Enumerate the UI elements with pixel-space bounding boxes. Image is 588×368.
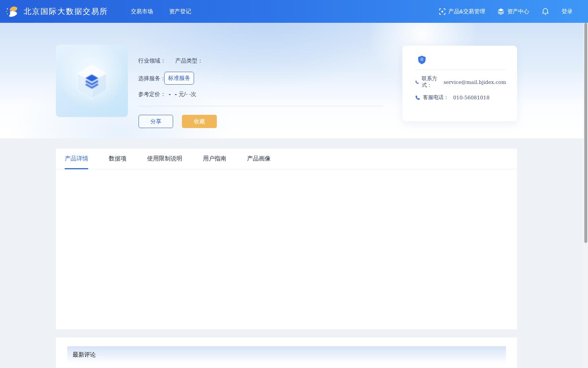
comments-card: 最新评论 — [56, 337, 517, 368]
product-detail-card: 产品详情 数据项 使用限制说明 用户指南 产品画像 — [56, 149, 517, 329]
asset-center-menu[interactable]: 资产中心 — [498, 8, 529, 15]
page: 北京国际大数据交易所 交易市场 资产登记 产品&交易管理 — [0, 0, 588, 368]
scrollbar-track[interactable] — [584, 23, 588, 368]
contact-card: 企 联系方式： service@mail.bjidex.com 客服电话： 01… — [402, 46, 517, 121]
price-unit: 元/- -次 — [179, 91, 196, 97]
tab-usage-restrictions[interactable]: 使用限制说明 — [147, 149, 182, 169]
product-management-label: 产品&交易管理 — [448, 8, 485, 15]
layers-icon — [498, 8, 504, 15]
contact-phone-row: 客服电话： 010-56081018 — [415, 94, 506, 101]
brand-logo-icon — [5, 4, 21, 19]
price-label: 参考定价： — [138, 91, 166, 97]
top-navbar: 北京国际大数据交易所 交易市场 资产登记 产品&交易管理 — [0, 0, 588, 23]
tab-bar: 产品详情 数据项 使用限制说明 用户指南 产品画像 — [56, 149, 517, 169]
asset-center-label: 资产中心 — [507, 8, 529, 15]
product-management-menu[interactable]: 产品&交易管理 — [439, 8, 485, 15]
glass-cube-icon — [73, 62, 111, 100]
contact-method-label: 联系方式： — [422, 75, 443, 89]
nav-link-asset-register[interactable]: 资产登记 — [169, 8, 191, 15]
product-image — [56, 45, 128, 117]
comments-header: 最新评论 — [67, 346, 506, 363]
service-phone-label: 客服电话： — [423, 94, 453, 101]
contact-divider — [415, 70, 506, 70]
scan-icon — [439, 8, 445, 15]
login-button[interactable]: 登录 — [562, 8, 573, 15]
navbar-right: 产品&交易管理 资产中心 登录 — [439, 0, 573, 23]
share-button[interactable]: 分享 — [139, 115, 173, 128]
phone-icon — [415, 80, 419, 85]
enterprise-badge-glyph: 企 — [418, 57, 426, 62]
brand-link[interactable]: 北京国际大数据交易所 — [5, 4, 108, 19]
scrollbar-thumb[interactable] — [584, 23, 587, 243]
standard-service-option[interactable]: 标准服务 — [164, 72, 194, 85]
price-value: - - — [169, 91, 178, 98]
product-type-label: 产品类型： — [175, 57, 203, 64]
industry-label: 行业领域： — [138, 57, 166, 64]
nav-link-market[interactable]: 交易市场 — [131, 8, 153, 15]
primary-nav: 交易市场 资产登记 — [131, 8, 191, 15]
contact-email-row: 联系方式： service@mail.bjidex.com — [415, 75, 506, 89]
notifications-button[interactable] — [542, 8, 549, 15]
tab-data-items[interactable]: 数据项 — [109, 149, 126, 169]
tab-product-details[interactable]: 产品详情 — [65, 149, 88, 169]
tab-user-guide[interactable]: 用户指南 — [203, 149, 226, 169]
login-label: 登录 — [562, 8, 573, 15]
product-hero: 行业领域： 产品类型： 选择服务： 标准服务 参考定价：- -元/- -次 分享… — [0, 23, 588, 138]
service-phone-value: 010-56081018 — [453, 95, 490, 100]
favorite-button[interactable]: 收藏 — [182, 115, 217, 128]
tab-product-profile[interactable]: 产品画像 — [247, 149, 270, 169]
price-row: 参考定价：- -元/- -次 — [138, 91, 196, 98]
contact-email-value: service@mail.bjidex.com — [444, 79, 506, 85]
brand-title: 北京国际大数据交易所 — [24, 6, 108, 17]
bell-icon — [542, 8, 549, 15]
service-select-label: 选择服务： — [138, 75, 166, 82]
phone-icon — [415, 95, 420, 100]
comments-title: 最新评论 — [72, 351, 96, 359]
enterprise-badge-icon: 企 — [418, 56, 426, 64]
hero-divider — [138, 106, 383, 106]
